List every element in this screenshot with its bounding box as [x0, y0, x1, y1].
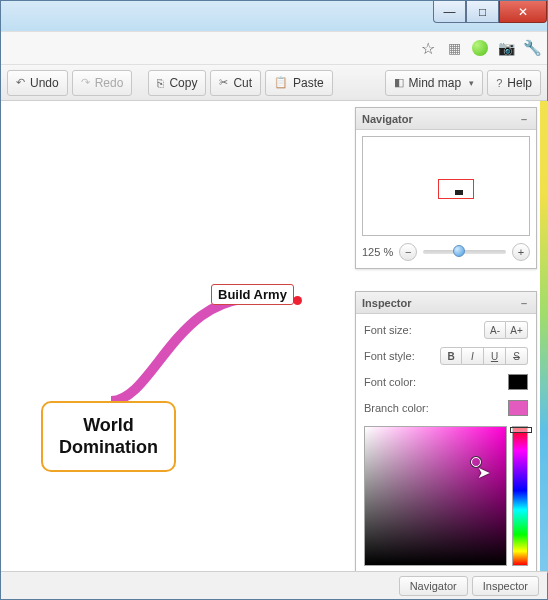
copy-icon: ⎘: [157, 77, 164, 89]
branch-color-swatch[interactable]: [508, 400, 528, 416]
font-size-increase-button[interactable]: A+: [506, 321, 528, 339]
font-color-label: Font color:: [364, 376, 416, 388]
right-edge-decoration: [540, 101, 548, 573]
color-picker-cursor[interactable]: [471, 457, 481, 467]
help-button[interactable]: ? Help: [487, 70, 541, 96]
star-icon[interactable]: ☆: [419, 39, 437, 57]
minimize-button[interactable]: —: [433, 1, 466, 23]
node-endpoint[interactable]: [293, 296, 302, 305]
undo-label: Undo: [30, 76, 59, 90]
color-picker-field[interactable]: ➤: [364, 426, 507, 566]
paste-icon: 📋: [274, 76, 288, 89]
underline-button[interactable]: U: [484, 347, 506, 365]
navigator-panel: Navigator – 125 % − +: [355, 107, 537, 269]
mindmap-icon: ◧: [394, 76, 404, 89]
apps-grid-icon[interactable]: ▦: [445, 39, 463, 57]
mind-map-canvas[interactable]: World Domination Build Army: [1, 101, 347, 573]
browser-strip: ☆ ▦ 📷 🔧: [1, 31, 547, 65]
help-icon: ?: [496, 77, 502, 89]
color-picker: ➤: [364, 426, 528, 566]
zoom-in-button[interactable]: +: [512, 243, 530, 261]
zoom-slider[interactable]: [423, 250, 506, 254]
navigator-viewport[interactable]: [362, 136, 530, 236]
copy-label: Copy: [169, 76, 197, 90]
navigator-header: Navigator –: [356, 108, 536, 130]
app-window: — □ ✕ ☆ ▦ 📷 🔧 ↶ Undo ↷ Redo ⎘ Copy ✂ Cut: [0, 0, 548, 600]
strike-button[interactable]: S: [506, 347, 528, 365]
help-label: Help: [507, 76, 532, 90]
mindmap-label: Mind map: [409, 76, 462, 90]
bold-button[interactable]: B: [440, 347, 462, 365]
cut-label: Cut: [233, 76, 252, 90]
status-tab-inspector[interactable]: Inspector: [472, 576, 539, 596]
camera-icon[interactable]: 📷: [497, 39, 515, 57]
child-node[interactable]: Build Army: [211, 284, 294, 305]
titlebar: — □ ✕: [1, 1, 547, 31]
close-button[interactable]: ✕: [499, 1, 547, 23]
redo-label: Redo: [95, 76, 124, 90]
inspector-collapse-button[interactable]: –: [518, 297, 530, 309]
status-bar: Navigator Inspector: [1, 571, 547, 599]
inspector-panel: Inspector – Font size: A- A+ Font style:…: [355, 291, 537, 573]
copy-button[interactable]: ⎘ Copy: [148, 70, 206, 96]
font-size-label: Font size:: [364, 324, 412, 336]
cut-icon: ✂: [219, 76, 228, 89]
inspector-title: Inspector: [362, 297, 412, 309]
main-area: World Domination Build Army Navigator – …: [1, 101, 547, 573]
redo-button[interactable]: ↷ Redo: [72, 70, 133, 96]
toolbar: ↶ Undo ↷ Redo ⎘ Copy ✂ Cut 📋 Paste ◧ Min…: [1, 65, 547, 101]
zoom-out-button[interactable]: −: [399, 243, 417, 261]
cut-button[interactable]: ✂ Cut: [210, 70, 261, 96]
navigator-visible-rect[interactable]: [438, 179, 474, 199]
zoom-slider-knob[interactable]: [453, 245, 465, 257]
undo-icon: ↶: [16, 76, 25, 89]
paste-label: Paste: [293, 76, 324, 90]
navigator-collapse-button[interactable]: –: [518, 113, 530, 125]
font-color-swatch[interactable]: [508, 374, 528, 390]
branch-color-label: Branch color:: [364, 402, 429, 414]
status-tab-navigator[interactable]: Navigator: [399, 576, 468, 596]
navigator-content-glyph: [455, 190, 463, 195]
undo-button[interactable]: ↶ Undo: [7, 70, 68, 96]
font-style-label: Font style:: [364, 350, 415, 362]
mindmap-dropdown[interactable]: ◧ Mind map ▾: [385, 70, 484, 96]
italic-button[interactable]: I: [462, 347, 484, 365]
chevron-down-icon: ▾: [469, 78, 474, 88]
status-dot-icon[interactable]: [472, 40, 488, 56]
font-size-decrease-button[interactable]: A-: [484, 321, 506, 339]
window-buttons: — □ ✕: [433, 1, 547, 23]
paste-button[interactable]: 📋 Paste: [265, 70, 333, 96]
zoom-level: 125 %: [362, 246, 393, 258]
inspector-header: Inspector –: [356, 292, 536, 314]
hue-slider[interactable]: [512, 426, 528, 566]
navigator-title: Navigator: [362, 113, 413, 125]
wrench-icon[interactable]: 🔧: [523, 39, 541, 57]
root-node[interactable]: World Domination: [41, 401, 176, 472]
redo-icon: ↷: [81, 76, 90, 89]
maximize-button[interactable]: □: [466, 1, 499, 23]
hue-slider-marker[interactable]: [510, 427, 532, 433]
